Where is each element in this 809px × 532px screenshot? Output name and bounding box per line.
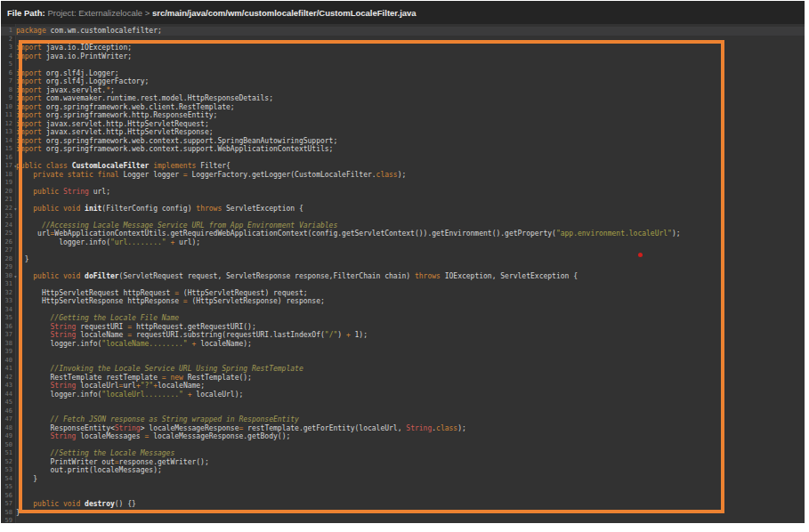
line-number: 54 [1, 475, 16, 484]
fold-marker-icon[interactable]: ▾ [13, 272, 17, 281]
code-line[interactable]: 52 PrintWriter out=response.getWriter(); [1, 458, 805, 467]
code-line[interactable]: 25 url=WebApplicationContextUtils.getReq… [1, 230, 805, 238]
code-line-text: public void destroy() {} [16, 500, 805, 509]
line-number: 58 [1, 509, 16, 518]
code-line[interactable]: 3import java.io.IOException; [1, 44, 805, 52]
code-line[interactable]: 45 [1, 399, 805, 407]
code-line[interactable]: 39 [1, 348, 805, 357]
code-line[interactable]: 35 //Getting the Locale File Name [1, 314, 805, 323]
code-line[interactable]: 50 [1, 441, 805, 450]
line-number: 14 [1, 137, 16, 146]
code-line[interactable]: 20 public String url; [1, 188, 805, 197]
code-line[interactable]: 4import java.io.PrintWriter; [1, 52, 805, 61]
code-line[interactable]: 53 out.print(localeMessages); [1, 466, 805, 475]
code-line-text: public String url; [16, 188, 805, 197]
code-line-text [16, 306, 805, 315]
code-line[interactable]: 59 [1, 517, 805, 523]
code-line[interactable]: 15import org.springframework.web.context… [1, 145, 805, 154]
code-line-text: logger.info("url........" + url); [16, 238, 805, 247]
code-line[interactable]: 22▾ public void init(FilterConfig config… [1, 205, 805, 214]
code-line-text [16, 483, 805, 492]
line-number: 18 [1, 171, 16, 180]
code-line[interactable]: 43 String localeUrl=url+"?"+localeName; [1, 382, 805, 391]
code-line[interactable]: 47 // Fetch JSON response as String wrap… [1, 415, 805, 424]
line-number: 49 [1, 432, 16, 441]
code-line[interactable]: 23 [1, 213, 805, 222]
code-line[interactable]: 48 ResponseEntity<String> localeMessageR… [1, 424, 805, 433]
code-line[interactable]: 46 [1, 407, 805, 416]
line-number: 5 [1, 60, 16, 69]
line-number: 10 [1, 103, 16, 112]
code-line[interactable]: 56 [1, 492, 805, 501]
code-line[interactable]: 44 logger.info("localeUrl........" + loc… [1, 391, 805, 399]
code-line[interactable]: 55 [1, 483, 805, 492]
code-line[interactable]: 54 } [1, 475, 805, 484]
code-line-text [16, 280, 805, 289]
code-line[interactable]: 17▾public class CustomLocaleFilter imple… [1, 162, 805, 171]
code-editor[interactable]: 1package com.wm.customlocalefilter;23imp… [1, 24, 805, 523]
code-line[interactable]: 26 logger.info("url........" + url); [1, 238, 805, 247]
code-line[interactable]: 19 [1, 179, 805, 188]
code-line-text: import javax.servlet.http.HttpServletReq… [16, 120, 805, 129]
line-number: 20 [1, 188, 16, 197]
line-number: 34 [1, 306, 16, 315]
code-line[interactable]: 40 [1, 357, 805, 366]
code-line-text: //Accessing Lacale Message Service URL f… [16, 222, 805, 230]
code-line[interactable]: 51 //Setting the Locale Messages [1, 449, 805, 458]
line-number: 52 [1, 458, 16, 467]
code-line-text [16, 407, 805, 416]
code-line[interactable]: 11import org.springframework.http.Respon… [1, 111, 805, 120]
code-line[interactable]: 16 [1, 154, 805, 163]
code-line[interactable]: 9import com.wavemaker.runtime.rest.model… [1, 94, 805, 103]
code-line-text: import org.springframework.web.context.s… [16, 145, 805, 154]
code-line[interactable]: 24 //Accessing Lacale Message Service UR… [1, 222, 805, 230]
line-number: 13 [1, 128, 16, 137]
line-number: 41 [1, 365, 16, 374]
code-line[interactable]: 21 [1, 196, 805, 205]
line-number: 38 [1, 340, 16, 349]
code-line[interactable]: 5 [1, 60, 805, 69]
code-line[interactable]: 32 HttpServletRequest httpRequest = (Htt… [1, 289, 805, 298]
code-line[interactable]: 12import javax.servlet.http.HttpServletR… [1, 120, 805, 129]
code-line[interactable]: 31 [1, 280, 805, 289]
code-line[interactable]: 13import javax.servlet.http.HttpServletR… [1, 128, 805, 137]
fold-marker-icon[interactable]: ▾ [13, 205, 17, 214]
code-line[interactable]: 58} [1, 509, 805, 518]
code-line-text: //Getting the Locale File Name [16, 314, 805, 323]
code-line[interactable]: 29 [1, 263, 805, 272]
code-line[interactable]: 33 HttpServletResponse httpResponse = (H… [1, 297, 805, 306]
code-line[interactable]: 36 String requestURI = httpRequest.getRe… [1, 323, 805, 332]
code-line[interactable]: 38 logger.info("localeName........" + lo… [1, 340, 805, 349]
code-line[interactable]: 7import org.slf4j.LoggerFactory; [1, 77, 805, 86]
code-line[interactable]: 49 String localeMessages = localeMessage… [1, 432, 805, 441]
line-number: 28 [1, 255, 16, 264]
code-line[interactable]: 1package com.wm.customlocalefilter; [1, 27, 805, 36]
code-line[interactable]: 28 } [1, 255, 805, 264]
code-line[interactable]: 57 public void destroy() {} [1, 500, 805, 509]
code-line[interactable]: 8import javax.servlet.*; [1, 86, 805, 95]
code-line-text [16, 179, 805, 188]
code-area[interactable]: 1package com.wm.customlocalefilter;23imp… [1, 27, 805, 523]
file-path-value: src/main/java/com/wm/customlocalefilter/… [152, 8, 417, 18]
code-line-text: public void doFilter(ServletRequest requ… [16, 272, 805, 281]
code-line[interactable]: 10import org.springframework.web.client.… [1, 103, 805, 112]
fold-marker-icon[interactable]: ▾ [13, 162, 17, 171]
code-line[interactable]: 42 RestTemplate restTemplate = new RestT… [1, 374, 805, 383]
line-number: 44 [1, 391, 16, 399]
code-line[interactable]: 27 [1, 246, 805, 255]
code-line[interactable]: 41 //Invoking the Locale Service URL Usi… [1, 365, 805, 374]
code-line[interactable]: 34 [1, 306, 805, 315]
line-number: 46 [1, 407, 16, 416]
line-number: 33 [1, 297, 16, 306]
code-line-text: import org.slf4j.Logger; [16, 69, 805, 78]
code-line[interactable]: 2 [1, 36, 805, 44]
code-line[interactable]: 30▾ public void doFilter(ServletRequest … [1, 272, 805, 281]
code-line[interactable]: 18 private static final Logger logger = … [1, 171, 805, 180]
code-line[interactable]: 14import org.springframework.web.context… [1, 137, 805, 146]
line-number: 55 [1, 483, 16, 492]
code-line[interactable]: 37 String localeName = requestURI.substr… [1, 331, 805, 340]
line-number: 3 [1, 44, 16, 52]
code-line[interactable]: 6import org.slf4j.Logger; [1, 69, 805, 78]
code-line-text: String localeName = requestURI.substring… [16, 331, 805, 340]
code-line-text: //Setting the Locale Messages [16, 449, 805, 458]
